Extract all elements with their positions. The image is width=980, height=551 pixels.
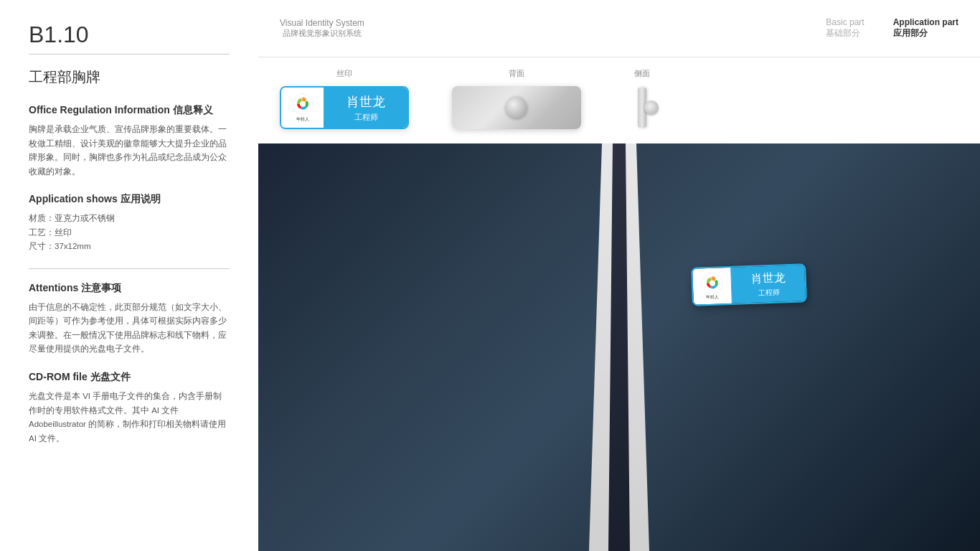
badge-back xyxy=(452,86,581,129)
top-header: Visual Identity System 品牌视觉形象识别系统 Basic … xyxy=(258,0,980,57)
nav-right: Basic part 基础部分 Application part 应用部分 xyxy=(826,17,958,39)
app-cn: 应用部分 xyxy=(893,27,928,39)
basic-en: Basic part xyxy=(826,17,864,27)
brand-logo-icon xyxy=(291,93,314,116)
badge-brand-text: 年轻人 xyxy=(296,117,309,122)
vis-cn: 品牌视觉形象识别系统 xyxy=(283,28,362,39)
section4-title: CD-ROM file 光盘文件 xyxy=(29,371,230,384)
badge-info-section: 肖世龙 工程师 xyxy=(324,88,407,128)
section1-title: Office Regulation Information 信息释义 xyxy=(29,104,230,117)
suit-badge-overlay: 年轻人 肖世龙 工程师 xyxy=(691,264,807,307)
section2-text: 材质：亚克力或不锈钢 工艺：丝印 尺寸：37x12mm xyxy=(29,212,230,254)
suit-photo: 年轻人 肖世龙 工程师 xyxy=(258,143,980,551)
header-nav: Visual Identity System 品牌视觉形象识别系统 Basic … xyxy=(280,17,958,39)
badge-logo-section: 年轻人 xyxy=(281,88,324,128)
vis-en: Visual Identity System xyxy=(280,18,364,28)
section2-title: Application shows 应用说明 xyxy=(29,193,230,206)
badge-name: 肖世龙 xyxy=(347,93,385,110)
svg-point-1 xyxy=(300,101,306,107)
page-code: B1.10 xyxy=(29,22,230,55)
badge-side-knob xyxy=(644,100,659,115)
front-label: 丝印 xyxy=(336,68,352,79)
section3-text: 由于信息的不确定性，此页部分规范（如文字大小、间距等）可作为参考使用，具体可根据… xyxy=(29,301,230,357)
badge-title: 工程师 xyxy=(354,112,378,123)
section3-title: Attentions 注意事项 xyxy=(29,282,230,295)
app-en: Application part xyxy=(893,17,958,27)
back-label: 背面 xyxy=(509,68,524,79)
divider xyxy=(29,268,230,269)
suit-badge-title: 工程师 xyxy=(758,287,779,298)
suit-badge-logo: 年轻人 xyxy=(692,268,732,305)
badge-front: 年轻人 肖世龙 工程师 xyxy=(280,86,409,129)
suit-badge-name: 肖世龙 xyxy=(750,270,786,287)
nav-vis-identity: Visual Identity System 品牌视觉形象识别系统 xyxy=(280,18,364,39)
badge-side xyxy=(624,86,660,129)
suit-badge-info: 肖世龙 工程师 xyxy=(731,265,806,304)
badge-front-item: 丝印 年轻人 xyxy=(280,68,409,129)
basic-cn: 基础部分 xyxy=(826,27,860,39)
left-panel: B1.10 工程部胸牌 Office Regulation Informatio… xyxy=(0,0,258,551)
badge-row: 丝印 年轻人 xyxy=(280,68,958,129)
nav-basic: Basic part 基础部分 xyxy=(826,17,864,39)
photo-section: 年轻人 肖世龙 工程师 xyxy=(258,143,980,551)
badge-back-item: 背面 xyxy=(452,68,581,129)
section4-text: 光盘文件是本 VI 手册电子文件的集合，内含手册制作时的专用软件格式文件。其中 … xyxy=(29,390,230,446)
badge-side-item: 侧面 xyxy=(624,68,660,129)
badge-pin xyxy=(506,97,527,118)
side-label: 侧面 xyxy=(634,68,650,79)
nav-application: Application part 应用部分 xyxy=(893,17,958,39)
suit-brand-text: 年轻人 xyxy=(706,295,719,301)
section1-text: 胸牌是承载企业气质、宣传品牌形象的重要载体。一枚做工精细、设计美观的徽章能够大大… xyxy=(29,123,230,179)
right-panel: Visual Identity System 品牌视觉形象识别系统 Basic … xyxy=(258,0,980,551)
suit-brand-logo-icon xyxy=(699,272,723,296)
badge-showcase: 丝印 年轻人 xyxy=(258,57,980,143)
page-title: 工程部胸牌 xyxy=(29,67,230,87)
